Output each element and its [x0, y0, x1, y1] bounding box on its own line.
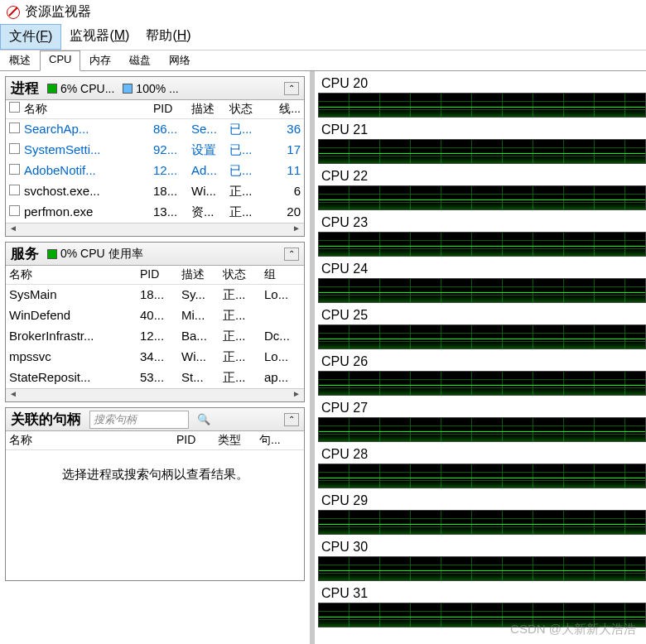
app-icon	[7, 6, 20, 19]
collapse-icon[interactable]: ⌃	[284, 82, 299, 95]
cpu-graph	[318, 417, 646, 442]
cpu-chart: CPU 22	[318, 167, 646, 210]
process-name: SystemSetti...	[24, 142, 153, 158]
search-icon[interactable]: 🔍	[197, 413, 210, 425]
cpu-graph	[318, 232, 646, 257]
watermark: CSDN @大新新大浩浩	[510, 622, 636, 637]
service-name: BrokerInfrastr...	[9, 329, 140, 344]
collapse-icon[interactable]: ⌃	[284, 248, 299, 261]
menu-bar: 文件(F) 监视器(M) 帮助(H)	[0, 24, 646, 50]
tab-overview[interactable]: 概述	[0, 50, 40, 70]
cpu-graph	[318, 278, 646, 303]
cpu-chart: CPU 25	[318, 306, 646, 349]
checkbox[interactable]	[9, 123, 20, 133]
cpu-chart: CPU 21	[318, 121, 646, 164]
cpu-graph	[318, 93, 646, 118]
cpu-label: CPU 25	[318, 306, 646, 324]
h-scrollbar[interactable]	[6, 388, 304, 401]
cpu-graph	[318, 371, 646, 396]
left-pane: 进程 6% CPU... 100% ... ⌃ 名称 PID 描述 状态 线..…	[0, 71, 315, 644]
services-header: 名称 PID 描述 状态 组	[6, 266, 304, 285]
window-title: 资源监视器	[25, 3, 91, 21]
cpu-label: CPU 30	[318, 538, 646, 556]
service-name: mpssvc	[9, 349, 140, 365]
table-row[interactable]: SysMain18...Sy...正...Lo...	[6, 285, 304, 305]
cpu-label: CPU 29	[318, 492, 646, 510]
search-input[interactable]: 搜索句柄	[89, 411, 189, 429]
tab-bar: 概述 CPU 内存 磁盘 网络	[0, 50, 646, 71]
table-row[interactable]: SystemSetti...92...设置已...17	[6, 140, 304, 161]
tab-memory[interactable]: 内存	[80, 50, 120, 70]
cpu-graph-pane: CPU 20CPU 21CPU 22CPU 23CPU 24CPU 25CPU …	[315, 71, 646, 644]
cpu-graph	[318, 185, 646, 210]
cpu-chart: CPU 29	[318, 492, 646, 535]
table-row[interactable]: WinDefend40...Mi...正...	[6, 305, 304, 326]
table-row[interactable]: svchost.exe...18...Wi...正...6	[6, 181, 304, 202]
cpu-graph	[318, 324, 646, 349]
cpu-freq-icon	[123, 84, 133, 94]
cpu-chart: CPU 30	[318, 538, 646, 581]
cpu-label: CPU 28	[318, 445, 646, 464]
table-row[interactable]: perfmon.exe13...资...正...20	[6, 202, 304, 223]
process-name: SearchAp...	[24, 122, 153, 137]
process-name: perfmon.exe	[24, 204, 153, 220]
h-scrollbar[interactable]	[6, 223, 304, 236]
cpu-chart: CPU 23	[318, 214, 646, 257]
cpu-label: CPU 22	[318, 167, 646, 185]
process-name: AdobeNotif...	[24, 163, 153, 179]
checkbox[interactable]	[9, 143, 20, 154]
tab-cpu[interactable]: CPU	[40, 50, 80, 71]
cpu-chart: CPU 20	[318, 74, 646, 118]
handles-header: 名称 PID 类型 句...	[6, 431, 304, 450]
services-title: 服务	[11, 244, 39, 263]
svc-usage-icon	[47, 249, 57, 259]
service-name: WinDefend	[9, 308, 140, 324]
cpu-chart: CPU 28	[318, 445, 646, 488]
cpu-graph	[318, 464, 646, 488]
title-bar: 资源监视器	[0, 0, 646, 24]
processes-title: 进程	[11, 79, 39, 98]
table-row[interactable]: BrokerInfrastr...12...Ba...正...Dc...	[6, 326, 304, 347]
menu-file[interactable]: 文件(F)	[0, 24, 61, 50]
handles-title: 关联的句柄	[11, 410, 81, 429]
cpu-label: CPU 21	[318, 121, 646, 139]
processes-section: 进程 6% CPU... 100% ... ⌃ 名称 PID 描述 状态 线..…	[5, 76, 305, 237]
cpu-label: CPU 24	[318, 260, 646, 278]
tab-disk[interactable]: 磁盘	[120, 50, 160, 70]
cpu-chart: CPU 24	[318, 260, 646, 303]
handles-empty: 选择进程或搜索句柄以查看结果。	[6, 450, 304, 499]
table-row[interactable]: StateReposit...53...St...正...ap...	[6, 368, 304, 388]
cpu-label: CPU 27	[318, 399, 646, 417]
menu-help[interactable]: 帮助(H)	[137, 24, 199, 50]
cpu-chart: CPU 26	[318, 353, 646, 396]
cpu-graph	[318, 556, 646, 581]
handles-section: 关联的句柄 搜索句柄 🔍 ⌃ 名称 PID 类型 句... 选择进程或搜索句柄以…	[5, 407, 305, 581]
checkbox[interactable]	[9, 164, 20, 175]
cpu-graph	[318, 139, 646, 164]
collapse-icon[interactable]: ⌃	[284, 413, 299, 426]
cpu-usage-icon	[47, 84, 57, 94]
service-name: SysMain	[9, 287, 140, 303]
checkbox[interactable]	[9, 185, 20, 195]
checkbox[interactable]	[9, 205, 20, 216]
processes-header: 名称 PID 描述 状态 线...	[6, 100, 304, 119]
cpu-chart: CPU 27	[318, 399, 646, 442]
cpu-graph	[318, 510, 646, 535]
process-name: svchost.exe...	[24, 184, 153, 199]
cpu-label: CPU 23	[318, 214, 646, 232]
menu-monitor[interactable]: 监视器(M)	[61, 24, 137, 50]
cpu-label: CPU 20	[318, 74, 646, 93]
tab-network[interactable]: 网络	[160, 50, 200, 70]
checkbox-all[interactable]	[9, 102, 20, 113]
table-row[interactable]: SearchAp...86...Se...已...36	[6, 119, 304, 140]
table-row[interactable]: AdobeNotif...12...Ad...已...11	[6, 161, 304, 181]
cpu-label: CPU 26	[318, 353, 646, 371]
cpu-label: CPU 31	[318, 584, 646, 603]
service-name: StateReposit...	[9, 370, 140, 386]
services-section: 服务 0% CPU 使用率 ⌃ 名称 PID 描述 状态 组 SysMain18…	[5, 242, 305, 402]
table-row[interactable]: mpssvc34...Wi...正...Lo...	[6, 347, 304, 368]
